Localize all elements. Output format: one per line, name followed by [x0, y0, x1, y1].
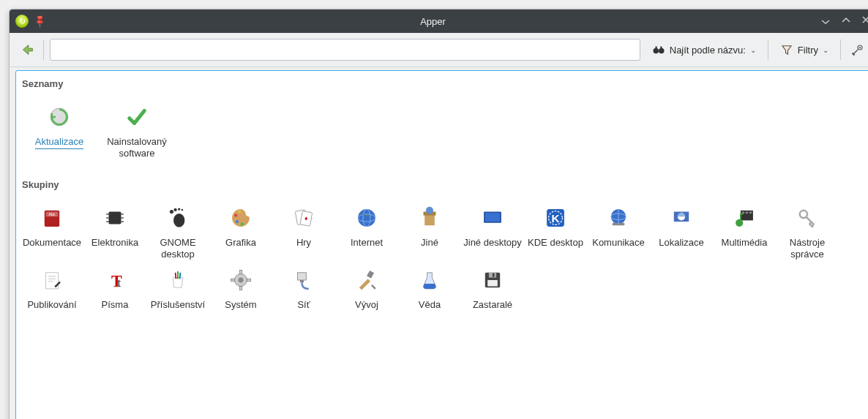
- multimedia-icon: [730, 203, 759, 233]
- group-item-internet[interactable]: Internet: [335, 200, 398, 263]
- svg-rect-66: [247, 279, 251, 282]
- cards-icon: ♦: [289, 203, 318, 233]
- group-item-system[interactable]: Systém: [209, 263, 272, 314]
- item-label: Grafika: [225, 237, 256, 249]
- toolbar-divider: [840, 39, 841, 60]
- wrench-gear-icon: [851, 43, 864, 56]
- item-label: Písma: [102, 299, 129, 311]
- item-label: Publikování: [27, 299, 76, 311]
- item-label: Hry: [296, 237, 311, 249]
- item-label: KDE desktop: [528, 237, 583, 249]
- group-item-other-desktops[interactable]: Jiné desktopy: [461, 200, 524, 263]
- item-label: Dokumentace: [23, 237, 81, 249]
- item-label: Lokalizace: [659, 237, 703, 249]
- svg-rect-63: [239, 271, 242, 274]
- item-label: Zastaralé: [473, 299, 512, 311]
- window-title: Apper: [51, 16, 815, 27]
- svg-line-60: [180, 273, 181, 279]
- search-input[interactable]: [50, 39, 640, 61]
- app-icon: [15, 15, 29, 28]
- group-item-games[interactable]: ♦ Hry: [272, 200, 335, 263]
- item-label: Aktualizace: [35, 136, 83, 149]
- svg-rect-2: [655, 47, 656, 50]
- groups-items: Abc Dokumentace Elektronika GNOME deskto…: [20, 196, 865, 328]
- group-item-localization[interactable]: Lokalizace: [650, 200, 713, 263]
- lists-section-title: Seznamy: [20, 75, 865, 95]
- group-item-multimedia[interactable]: Multimédia: [713, 200, 776, 263]
- item-label: Internet: [351, 237, 383, 249]
- list-item-updates[interactable]: Aktualizace: [20, 99, 98, 162]
- gnome-foot-icon: [163, 203, 192, 233]
- svg-rect-3: [660, 47, 662, 50]
- item-label: Komunikace: [592, 237, 645, 249]
- svg-point-20: [178, 208, 180, 211]
- minimize-button[interactable]: [820, 15, 831, 28]
- settings-button[interactable]: [847, 40, 868, 59]
- group-item-documentation[interactable]: Abc Dokumentace: [20, 200, 83, 263]
- group-item-network[interactable]: Síť: [272, 263, 335, 314]
- flag-icon: [667, 203, 696, 233]
- group-item-graphics[interactable]: Grafika: [209, 200, 272, 263]
- item-label: Příslušenství: [151, 299, 205, 311]
- dictionary-icon: Abc: [37, 203, 67, 233]
- svg-rect-47: [742, 212, 744, 214]
- svg-point-50: [736, 219, 743, 227]
- svg-point-22: [234, 214, 237, 217]
- group-item-gnome[interactable]: GNOME desktop: [146, 200, 209, 263]
- svg-rect-48: [746, 212, 748, 214]
- search-by-label: Najít podle názvu:: [670, 45, 746, 56]
- svg-text:K: K: [551, 212, 559, 224]
- back-button[interactable]: [17, 41, 37, 58]
- item-label: Jiné desktopy: [463, 237, 522, 249]
- group-item-kde[interactable]: K KDE desktop: [524, 200, 587, 263]
- toolbar: Najít podle názvu: ⌄ Filtry ⌄: [10, 33, 868, 67]
- group-item-other[interactable]: Jiné: [398, 200, 461, 263]
- item-label: GNOME desktop: [148, 237, 208, 260]
- search-by-dropdown[interactable]: Najít podle názvu: ⌄: [646, 40, 762, 59]
- group-item-development[interactable]: Vývoj: [335, 263, 398, 314]
- chevron-down-icon: ⌄: [823, 46, 828, 54]
- package-icon: [415, 203, 444, 233]
- svg-point-21: [182, 209, 184, 211]
- item-label: Věda: [419, 299, 441, 311]
- keys-icon: [793, 203, 822, 233]
- svg-rect-64: [239, 287, 242, 290]
- item-label: Síť: [297, 299, 310, 311]
- toolbar-divider: [768, 39, 768, 60]
- group-item-publishing[interactable]: Publikování: [20, 263, 83, 314]
- checkmark-icon: [122, 102, 151, 132]
- group-item-legacy[interactable]: Zastaralé: [461, 263, 524, 314]
- kde-logo-icon: K: [541, 203, 570, 233]
- group-item-science[interactable]: Věda: [398, 263, 461, 314]
- chip-icon: [100, 203, 130, 233]
- filters-dropdown[interactable]: Filtry ⌄: [774, 40, 834, 59]
- chevron-down-icon: ⌄: [750, 46, 756, 54]
- item-label: Multimédia: [722, 237, 768, 249]
- svg-text:t: t: [117, 276, 121, 290]
- maximize-button[interactable]: [841, 15, 851, 28]
- refresh-gear-icon: [45, 102, 74, 132]
- svg-point-29: [358, 209, 375, 227]
- group-item-electronics[interactable]: Elektronika: [83, 200, 146, 263]
- list-item-installed[interactable]: Nainstalovaný software: [98, 99, 176, 162]
- svg-rect-67: [298, 273, 307, 280]
- group-item-communication[interactable]: Komunikace: [587, 200, 650, 263]
- svg-rect-10: [109, 212, 121, 224]
- toolbar-divider: [43, 39, 44, 60]
- app-window: 📌 Apper Najít podle názvu: ⌄: [9, 9, 868, 419]
- svg-point-24: [241, 223, 244, 226]
- item-label: Nainstalovaný software: [100, 136, 174, 159]
- svg-point-34: [426, 207, 433, 214]
- window-controls: [820, 15, 868, 28]
- svg-rect-69: [367, 271, 374, 279]
- funnel-icon: [780, 43, 793, 56]
- close-button[interactable]: [861, 15, 868, 28]
- flask-icon: [415, 265, 444, 295]
- item-label: Jiné: [421, 237, 438, 249]
- group-item-admin-tools[interactable]: Nástroje správce: [776, 200, 839, 263]
- group-item-accessories[interactable]: Příslušenství: [146, 263, 209, 314]
- group-item-fonts[interactable]: Tt Písma: [83, 263, 146, 314]
- pin-icon[interactable]: 📌: [32, 14, 48, 29]
- svg-rect-68: [300, 280, 304, 282]
- svg-point-25: [238, 211, 241, 214]
